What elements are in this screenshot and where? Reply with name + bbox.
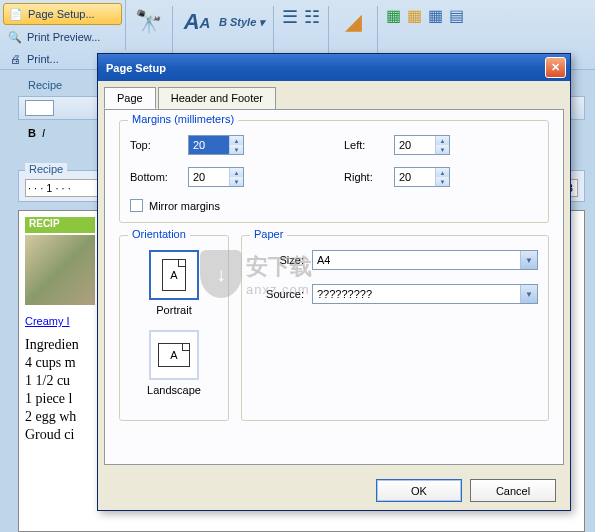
- print-preview-button[interactable]: 🔍 Print Preview...: [3, 27, 122, 47]
- top-spinner[interactable]: ▲▼: [188, 135, 244, 155]
- tool-icon-1[interactable]: ▦: [386, 6, 401, 25]
- bullets-icon[interactable]: ☰: [282, 6, 298, 28]
- recipe-image: [25, 235, 95, 305]
- portrait-button[interactable]: A: [149, 250, 199, 300]
- portrait-label: Portrait: [156, 304, 191, 316]
- ok-button[interactable]: OK: [376, 479, 462, 502]
- bottom-input[interactable]: [189, 168, 229, 186]
- spin-up-icon[interactable]: ▲: [230, 168, 243, 177]
- portrait-icon: A: [162, 259, 186, 291]
- spin-up-icon[interactable]: ▲: [436, 136, 449, 145]
- tab-header-footer[interactable]: Header and Footer: [158, 87, 276, 109]
- format-toolbar-2: B I: [28, 122, 45, 144]
- separator: [377, 6, 378, 56]
- dialog-titlebar[interactable]: Page Setup ✕: [98, 54, 570, 81]
- tab-panel-page: Margins (millimeters) Top: ▲▼ Left: ▲▼ B…: [104, 109, 564, 465]
- print-preview-label: Print Preview...: [27, 31, 100, 43]
- tool-icon-4[interactable]: ▤: [449, 6, 464, 25]
- tab-page[interactable]: Page: [104, 87, 156, 109]
- right-input[interactable]: [395, 168, 435, 186]
- size-label: Size:: [252, 254, 304, 266]
- spin-up-icon[interactable]: ▲: [436, 168, 449, 177]
- top-label: Top:: [130, 139, 188, 151]
- numbering-icon[interactable]: ☷: [304, 6, 320, 28]
- mirror-margins-label: Mirror margins: [149, 200, 220, 212]
- font-group: AA B Style ▾: [181, 6, 265, 38]
- spin-down-icon[interactable]: ▼: [230, 177, 243, 186]
- close-icon: ✕: [551, 61, 560, 74]
- mirror-margins-checkbox[interactable]: [130, 199, 143, 212]
- style-button[interactable]: B Style ▾: [219, 16, 265, 29]
- font-aa-icon[interactable]: AA: [181, 6, 213, 38]
- margins-legend: Margins (millimeters): [128, 113, 238, 125]
- close-button[interactable]: ✕: [545, 57, 566, 78]
- left-input[interactable]: [395, 136, 435, 154]
- right-label: Right:: [344, 171, 394, 183]
- spin-down-icon[interactable]: ▼: [436, 145, 449, 154]
- print-label: Print...: [27, 53, 59, 65]
- source-label: Source:: [252, 288, 304, 300]
- separator: [172, 6, 173, 56]
- page-setup-label: Page Setup...: [28, 8, 95, 20]
- fill-icon[interactable]: ◢: [337, 6, 369, 38]
- find-icon[interactable]: 🔭: [132, 6, 164, 38]
- dropdown-icon[interactable]: ▼: [520, 285, 537, 303]
- top-input[interactable]: [189, 136, 229, 154]
- italic-button[interactable]: I: [42, 127, 45, 139]
- separator: [328, 6, 329, 56]
- view-group: ▦ ▦ ▦ ▤: [386, 6, 464, 25]
- page-setup-button[interactable]: 📄 Page Setup...: [3, 3, 122, 25]
- source-combo[interactable]: ▼: [312, 284, 538, 304]
- print-preview-icon: 🔍: [7, 29, 23, 45]
- dialog-tabs: Page Header and Footer: [98, 81, 570, 109]
- dialog-title: Page Setup: [106, 62, 166, 74]
- cancel-button[interactable]: Cancel: [470, 479, 556, 502]
- tool-icon-3[interactable]: ▦: [428, 6, 443, 25]
- left-label: Left:: [344, 139, 394, 151]
- tool-icon-2[interactable]: ▦: [407, 6, 422, 25]
- spin-down-icon[interactable]: ▼: [230, 145, 243, 154]
- spin-down-icon[interactable]: ▼: [436, 177, 449, 186]
- bottom-label: Bottom:: [130, 171, 188, 183]
- landscape-button[interactable]: A: [149, 330, 199, 380]
- bold-button[interactable]: B: [28, 127, 36, 139]
- doc-tab-recipe[interactable]: Recipe: [18, 76, 72, 94]
- paper-group: Paper Size: ▼ Source: ▼: [241, 235, 549, 421]
- printer-icon: 🖨: [7, 51, 23, 67]
- margins-group: Margins (millimeters) Top: ▲▼ Left: ▲▼ B…: [119, 120, 549, 223]
- list-group: ☰ ☷: [282, 6, 320, 28]
- landscape-label: Landscape: [147, 384, 201, 396]
- ruler-title: Recipe: [25, 163, 67, 175]
- source-input[interactable]: [313, 285, 520, 303]
- orientation-group: Orientation A Portrait A Landscape: [119, 235, 229, 421]
- separator: [273, 6, 274, 56]
- dialog-buttons: OK Cancel: [98, 471, 570, 510]
- size-combo[interactable]: ▼: [312, 250, 538, 270]
- font-combo[interactable]: [25, 100, 54, 116]
- orientation-legend: Orientation: [128, 228, 190, 240]
- landscape-icon: A: [158, 343, 190, 367]
- bottom-spinner[interactable]: ▲▼: [188, 167, 244, 187]
- spin-up-icon[interactable]: ▲: [230, 136, 243, 145]
- left-spinner[interactable]: ▲▼: [394, 135, 450, 155]
- page-setup-dialog: Page Setup ✕ Page Header and Footer Marg…: [97, 53, 571, 511]
- recipe-banner: RECIP: [25, 217, 95, 233]
- dropdown-icon[interactable]: ▼: [520, 251, 537, 269]
- page-setup-icon: 📄: [8, 6, 24, 22]
- paper-legend: Paper: [250, 228, 287, 240]
- size-input[interactable]: [313, 251, 520, 269]
- right-spinner[interactable]: ▲▼: [394, 167, 450, 187]
